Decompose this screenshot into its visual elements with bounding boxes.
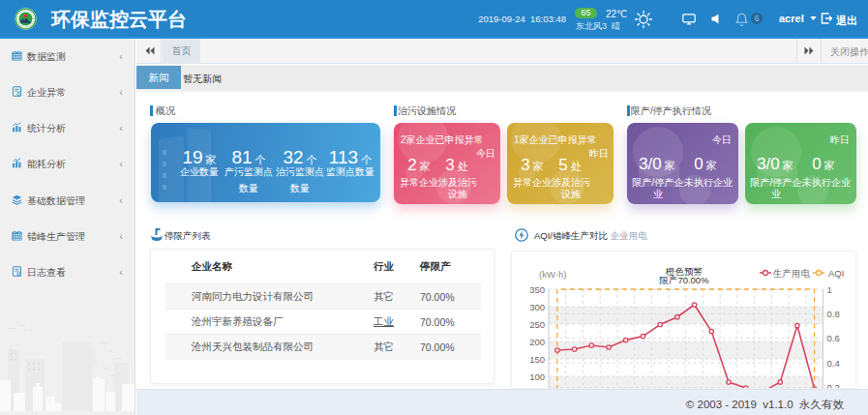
svg-text:350: 350 (529, 284, 545, 295)
svg-text:300: 300 (529, 302, 545, 312)
svg-text:100: 100 (529, 371, 545, 382)
svg-text:AQI: AQI (828, 268, 844, 279)
svg-text:限产70.00%: 限产70.00% (659, 275, 709, 285)
svg-text:200: 200 (529, 337, 545, 347)
svg-text:0.4: 0.4 (827, 358, 840, 369)
svg-text:150: 150 (529, 354, 545, 365)
svg-text:(kW·h): (kW·h) (539, 269, 567, 280)
svg-text:250: 250 (529, 319, 545, 330)
svg-text:0.6: 0.6 (827, 333, 840, 343)
svg-text:0.2: 0.2 (827, 382, 840, 389)
svg-text:0.8: 0.8 (827, 309, 840, 319)
svg-text:1: 1 (827, 284, 832, 295)
svg-text:生产用电: 生产用电 (772, 268, 811, 279)
